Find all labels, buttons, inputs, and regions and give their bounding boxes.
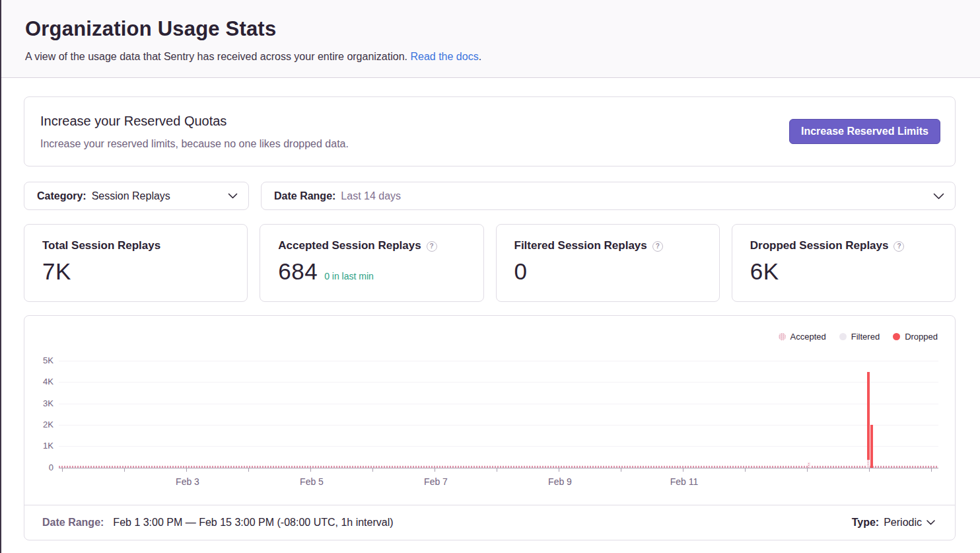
category-value: Session Replays bbox=[92, 190, 170, 202]
y-axis-label: 4K bbox=[24, 377, 53, 387]
type-value: Periodic bbox=[884, 517, 922, 529]
chevron-down-icon bbox=[933, 193, 944, 200]
type-label: Type: bbox=[852, 517, 879, 529]
read-the-docs-link[interactable]: Read the docs bbox=[410, 51, 478, 62]
filter-row: Category: Session Replays Date Range: La… bbox=[24, 182, 956, 210]
usage-chart-card: Accepted Filtered Dropped 5K 4K 3K 2K 1K… bbox=[24, 315, 956, 540]
x-axis-tick bbox=[248, 468, 249, 472]
gridline bbox=[59, 361, 938, 361]
x-axis-label: Feb 3 bbox=[176, 476, 199, 487]
stat-label: Dropped Session Replays bbox=[750, 239, 889, 252]
footer-date-range-value: Feb 1 3:00 PM — Feb 15 3:00 PM (-08:00 U… bbox=[113, 517, 393, 529]
x-axis-tick bbox=[869, 468, 870, 472]
stat-card-accepted: Accepted Session Replays ? 684 0 in last… bbox=[260, 224, 483, 302]
chevron-down-icon bbox=[927, 520, 935, 525]
window-left-edge bbox=[0, 0, 1, 553]
quota-banner-description: Increase your reserved limits, because n… bbox=[40, 138, 789, 150]
help-icon[interactable]: ? bbox=[427, 241, 437, 252]
x-axis-tick bbox=[310, 468, 311, 472]
stat-value: 684 bbox=[278, 258, 318, 285]
subtitle-period: . bbox=[479, 51, 481, 62]
chart-footer: Date Range: Feb 1 3:00 PM — Feb 15 3:00 … bbox=[24, 505, 955, 540]
main-content: Increase your Reserved Quotas Increase y… bbox=[0, 96, 980, 540]
date-range-select[interactable]: Date Range: Last 14 days bbox=[261, 182, 956, 210]
x-axis-tick bbox=[435, 468, 435, 472]
accepted-bar bbox=[808, 462, 810, 468]
x-axis-tick bbox=[62, 468, 63, 472]
stat-label: Total Session Replays bbox=[42, 239, 160, 252]
help-icon[interactable]: ? bbox=[652, 241, 663, 252]
x-axis-tick bbox=[683, 468, 683, 472]
stat-live-sub: 0 in last min bbox=[324, 271, 374, 281]
dropped-bar bbox=[867, 372, 870, 460]
dropped-bar bbox=[870, 425, 873, 468]
x-axis-tick bbox=[621, 468, 621, 472]
increase-reserved-limits-button[interactable]: Increase Reserved Limits bbox=[789, 119, 940, 144]
chevron-down-icon bbox=[228, 193, 238, 199]
x-axis-label: Feb 9 bbox=[548, 476, 572, 487]
x-axis-label: Feb 11 bbox=[670, 476, 699, 487]
page-header: Organization Usage Stats A view of the u… bbox=[0, 0, 980, 78]
help-icon[interactable]: ? bbox=[893, 241, 904, 252]
x-axis-tick bbox=[559, 468, 559, 472]
x-axis-label: Feb 5 bbox=[300, 476, 324, 487]
date-range-label: Date Range: bbox=[274, 190, 335, 202]
stat-card-filtered: Filtered Session Replays ? 0 bbox=[496, 224, 720, 302]
gridline bbox=[59, 382, 938, 383]
page-title: Organization Usage Stats bbox=[25, 17, 954, 41]
type-select[interactable]: Type: Periodic bbox=[852, 517, 935, 529]
x-axis-tick bbox=[497, 468, 497, 472]
stat-value: 6K bbox=[750, 258, 779, 285]
y-axis-label: 0 bbox=[24, 462, 53, 473]
x-axis-label: Feb 7 bbox=[424, 476, 448, 487]
reserved-quotas-banner: Increase your Reserved Quotas Increase y… bbox=[24, 96, 956, 166]
stat-card-dropped: Dropped Session Replays ? 6K bbox=[732, 224, 956, 302]
x-axis-tick bbox=[807, 468, 808, 472]
stat-label: Filtered Session Replays bbox=[514, 239, 647, 252]
y-axis-label: 1K bbox=[24, 441, 53, 451]
usage-stat-cards: Total Session Replays 7K Accepted Sessio… bbox=[24, 224, 956, 302]
x-axis-tick bbox=[372, 468, 373, 472]
page-subtitle: A view of the usage data that Sentry has… bbox=[25, 51, 407, 62]
stat-value: 0 bbox=[514, 258, 528, 285]
stat-card-total: Total Session Replays 7K bbox=[24, 224, 248, 302]
category-select[interactable]: Category: Session Replays bbox=[24, 182, 249, 210]
y-axis-label: 2K bbox=[24, 420, 53, 430]
gridline bbox=[59, 425, 938, 425]
stat-value: 7K bbox=[42, 258, 71, 285]
y-axis-label: 5K bbox=[24, 355, 53, 366]
category-label: Category: bbox=[37, 190, 87, 202]
x-axis-tick bbox=[931, 468, 932, 472]
gridline bbox=[59, 446, 938, 447]
date-range-value: Last 14 days bbox=[341, 190, 401, 202]
quota-banner-title: Increase your Reserved Quotas bbox=[40, 114, 789, 129]
stat-label: Accepted Session Replays bbox=[278, 239, 421, 252]
x-axis-tick bbox=[186, 468, 187, 472]
accepted-bar bbox=[867, 460, 870, 468]
y-axis-label: 3K bbox=[24, 398, 53, 409]
footer-date-range-label: Date Range: bbox=[42, 517, 104, 529]
gridline bbox=[59, 404, 938, 404]
x-axis-tick bbox=[745, 468, 746, 472]
x-axis-tick bbox=[124, 468, 125, 472]
